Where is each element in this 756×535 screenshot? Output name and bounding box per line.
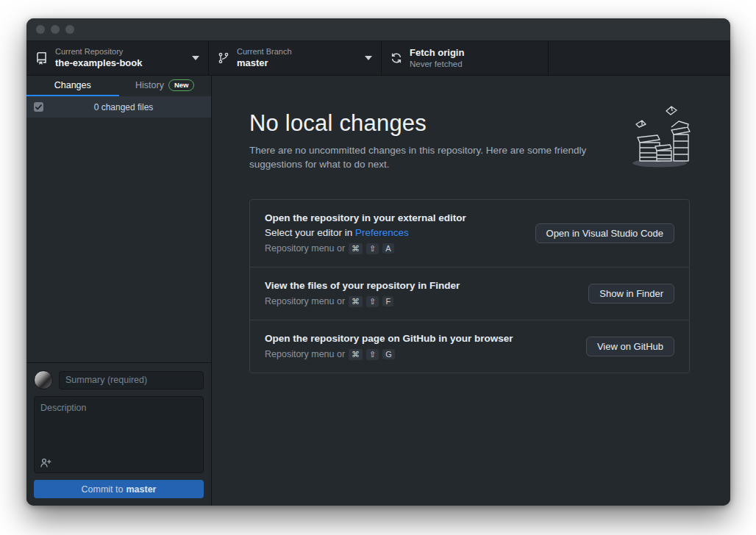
suggestion-title: Open the repository page on GitHub in yo…	[265, 333, 586, 344]
key-cmd: ⌘	[349, 243, 363, 254]
maximize-button[interactable]	[65, 25, 74, 34]
shortcut-hint: Repository menu or ⌘ ⇧ A	[265, 243, 535, 254]
main-content: No local changes There are no uncommitte…	[212, 76, 730, 506]
suggestion-title: View the files of your repository in Fin…	[265, 280, 588, 291]
current-repository-dropdown[interactable]: Current Repository the-examples-book	[26, 41, 209, 75]
check-icon	[35, 104, 42, 110]
open-in-editor-button[interactable]: Open in Visual Studio Code	[535, 223, 674, 243]
commit-summary-input[interactable]	[59, 371, 204, 389]
app-body: Changes History New 0 changed files	[26, 76, 730, 506]
toolbar: Current Repository the-examples-book Cur…	[26, 40, 730, 76]
commit-description-box	[34, 396, 204, 473]
key-shift: ⇧	[366, 349, 379, 360]
fetch-origin-label: Fetch origin	[410, 47, 539, 59]
current-repository-value: the-examples-book	[55, 57, 185, 69]
current-branch-label: Current Branch	[237, 47, 357, 57]
avatar	[34, 370, 53, 389]
fetch-origin-status: Never fetched	[410, 59, 539, 69]
shortcut-prefix: Repository menu or	[265, 349, 345, 359]
editor-line-text: Select your editor in	[265, 227, 355, 238]
sidebar: Changes History New 0 changed files	[26, 76, 212, 506]
new-badge: New	[168, 79, 195, 90]
show-in-finder-button[interactable]: Show in Finder	[588, 284, 674, 304]
tab-changes[interactable]: Changes	[26, 76, 119, 96]
changed-files-row: 0 changed files	[26, 96, 211, 118]
shortcut-hint: Repository menu or ⌘ ⇧ F	[265, 296, 588, 307]
key-letter: A	[382, 243, 393, 254]
key-cmd: ⌘	[349, 349, 363, 360]
shortcut-prefix: Repository menu or	[265, 243, 345, 254]
close-button[interactable]	[36, 25, 45, 34]
commit-button[interactable]: Commit to master	[34, 480, 204, 498]
git-branch-icon	[218, 52, 229, 64]
chevron-down-icon	[192, 56, 199, 60]
shortcut-prefix: Repository menu or	[265, 296, 345, 306]
titlebar[interactable]	[26, 18, 730, 40]
suggestions-list: Open the repository in your external edi…	[249, 199, 690, 373]
suggestion-title: Open the repository in your external edi…	[265, 212, 535, 223]
suggestion-external-editor: Open the repository in your external edi…	[250, 200, 689, 267]
key-cmd: ⌘	[349, 296, 363, 307]
chevron-down-icon	[365, 56, 372, 60]
commit-description-input[interactable]	[35, 397, 203, 473]
current-repository-label: Current Repository	[55, 47, 185, 57]
commit-button-prefix: Commit to	[82, 484, 124, 495]
tab-changes-label: Changes	[54, 80, 91, 90]
changes-list-empty	[26, 118, 211, 362]
current-branch-dropdown[interactable]: Current Branch master	[209, 41, 382, 75]
tab-history[interactable]: History New	[119, 76, 212, 96]
toolbar-empty-space	[549, 41, 730, 75]
select-all-checkbox[interactable]	[34, 102, 43, 112]
current-branch-value: master	[237, 57, 357, 69]
key-shift: ⇧	[366, 296, 379, 307]
suggestion-view-on-github: Open the repository page on GitHub in yo…	[250, 320, 689, 373]
repo-icon	[35, 52, 48, 65]
key-letter: F	[382, 296, 393, 306]
key-letter: G	[382, 349, 395, 359]
paper-stack-illustration	[626, 105, 693, 170]
view-on-github-button[interactable]: View on GitHub	[586, 337, 674, 356]
fetch-origin-button[interactable]: Fetch origin Never fetched	[382, 41, 549, 75]
commit-button-branch: master	[126, 484, 156, 495]
page-subtitle: There are no uncommitted changes in this…	[249, 144, 623, 172]
suggestion-show-in-finder: View the files of your repository in Fin…	[250, 267, 689, 320]
key-shift: ⇧	[366, 243, 379, 254]
changed-files-count: 0 changed files	[43, 102, 204, 112]
add-coauthor-icon[interactable]	[40, 458, 51, 467]
shortcut-hint: Repository menu or ⌘ ⇧ G	[265, 349, 586, 360]
tab-history-label: History	[135, 80, 164, 90]
minimize-button[interactable]	[51, 25, 60, 34]
preferences-link[interactable]: Preferences	[355, 227, 409, 238]
commit-panel: Commit to master	[26, 362, 211, 506]
sync-icon	[391, 52, 402, 64]
github-desktop-window: Current Repository the-examples-book Cur…	[26, 18, 730, 506]
sidebar-tabs: Changes History New	[26, 76, 211, 96]
suggestion-editor-line: Select your editor in Preferences	[265, 227, 535, 238]
